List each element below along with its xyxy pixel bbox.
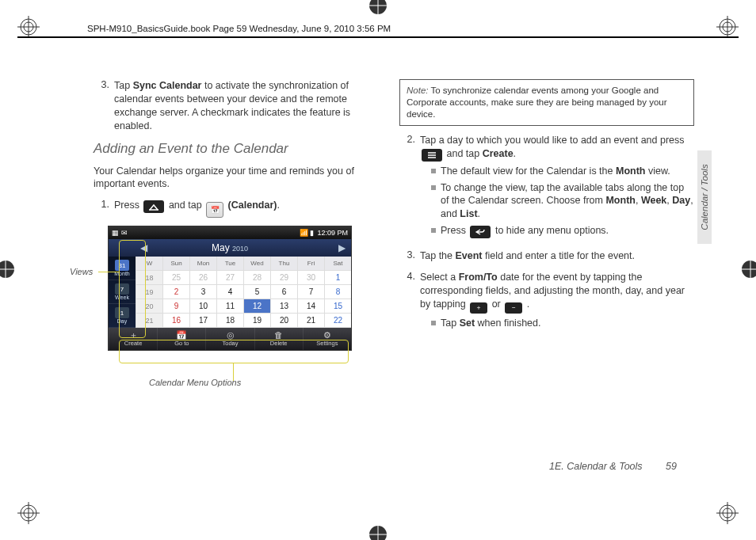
- view-tab-day[interactable]: 1Day: [109, 304, 136, 328]
- menu-option-label: Settings: [316, 340, 338, 347]
- sub-bullet: Press to hide any menu options.: [431, 224, 694, 238]
- calendar-day[interactable]: 13: [270, 299, 297, 314]
- calendar-day[interactable]: 11: [216, 299, 243, 314]
- menu-option-delete[interactable]: 🗑Delete: [254, 328, 303, 350]
- calendar-day[interactable]: 9: [162, 299, 189, 314]
- right-step-2: 2. Tap a day to which you would like to …: [399, 134, 694, 241]
- step-body: Tap a day to which you would like to add…: [420, 134, 694, 241]
- right-step-4: 4. Select a From/To date for the event b…: [399, 271, 694, 333]
- side-tab-label: Calendar / Tools: [700, 164, 709, 230]
- step-body: Press and tap 📅 (Calendar).: [114, 199, 379, 218]
- side-tab: Calendar / Tools: [697, 150, 712, 244]
- step-number: 3.: [94, 79, 109, 133]
- screenshot-area: Views ▦ ✉ 📶 ▮ 12:09 PM ◀ May 2010 ▶ 31Mo…: [108, 226, 379, 351]
- step-body: Tap the Event field and enter a title fo…: [420, 249, 694, 263]
- menu-option-settings[interactable]: ⚙Settings: [303, 328, 351, 350]
- header-rule: [17, 36, 739, 38]
- view-tab-month[interactable]: 31Month: [109, 257, 136, 280]
- right-step-3: 3. Tap the Event field and enter a title…: [399, 249, 694, 263]
- step-body: Tap Sync Calendar to activate the synchr…: [114, 79, 379, 133]
- calendar-day[interactable]: 2: [162, 285, 189, 299]
- menu-option-today[interactable]: ◎Today: [205, 328, 254, 350]
- view-tab-label: Day: [117, 318, 127, 324]
- right-column: Note: To synchronize calendar events amo…: [399, 79, 694, 351]
- bullet-icon: [431, 228, 436, 233]
- calendar-day[interactable]: 17: [189, 314, 216, 328]
- weekday-header: Thu: [270, 257, 297, 271]
- note-box: Note: To synchronize calendar events amo…: [399, 79, 694, 126]
- calendar-day[interactable]: 14: [297, 299, 324, 314]
- view-tabs: 31Month7Week1Day: [109, 257, 136, 328]
- calendar-day[interactable]: 6: [270, 285, 297, 299]
- calendar-day[interactable]: 8: [324, 285, 351, 299]
- title-year: 2010: [232, 245, 248, 253]
- weekday-header: W: [136, 257, 162, 271]
- minus-icon: −: [505, 302, 522, 314]
- note-label: Note:: [407, 86, 429, 95]
- weekday-header: Tue: [216, 257, 243, 271]
- step-number: 4.: [399, 271, 415, 333]
- calendar-day[interactable]: 3: [189, 285, 216, 299]
- menu-option-label: Delete: [270, 340, 288, 347]
- calendar-day[interactable]: 5: [243, 285, 270, 299]
- bullet-icon: [431, 321, 436, 325]
- reg-mark: [739, 257, 756, 281]
- view-tab-label: Week: [115, 295, 129, 300]
- calendar-day[interactable]: 1: [324, 271, 351, 285]
- weekday-header: Sun: [162, 257, 189, 271]
- status-left: ▦ ✉: [112, 229, 128, 237]
- status-time: 12:09 PM: [317, 229, 348, 237]
- step-number: 2.: [399, 134, 415, 241]
- calendar-day[interactable]: 20: [270, 314, 297, 328]
- intro-paragraph: Your Calendar helps organize your time a…: [94, 165, 379, 192]
- menu-option-icon: ＋: [129, 331, 138, 340]
- calendar-day[interactable]: 30: [297, 271, 324, 285]
- left-step-3: 3. Tap Sync Calendar to activate the syn…: [94, 79, 379, 133]
- view-tab-icon: 7: [115, 283, 129, 295]
- left-column: 3. Tap Sync Calendar to activate the syn…: [94, 79, 379, 351]
- menu-option-icon: 🗑: [274, 331, 283, 340]
- menu-option-create[interactable]: ＋Create: [109, 328, 157, 350]
- calendar-day[interactable]: 15: [324, 299, 351, 314]
- prev-month-icon[interactable]: ◀: [136, 239, 151, 257]
- weekday-header: Mon: [189, 257, 216, 271]
- view-tab-icon: 1: [115, 307, 129, 318]
- step-number: 1.: [94, 199, 109, 218]
- calendar-day[interactable]: 29: [270, 271, 297, 285]
- calendar-day[interactable]: 16: [162, 314, 189, 328]
- status-bar: ▦ ✉ 📶 ▮ 12:09 PM: [109, 226, 351, 239]
- callout-views-line: [98, 272, 119, 272]
- sub-bullet: To change the view, tap the available ta…: [431, 181, 694, 222]
- view-tab-week[interactable]: 7Week: [109, 280, 136, 304]
- reg-mark: [716, 16, 739, 38]
- status-icons: 📶 ▮: [300, 229, 315, 237]
- weekday-header: Wed: [243, 257, 270, 271]
- reg-mark: [366, 523, 390, 540]
- calendar-body: 31Month7Week1Day WSunMonTueWedThuFriSat1…: [109, 257, 351, 328]
- calendar-screenshot: ▦ ✉ 📶 ▮ 12:09 PM ◀ May 2010 ▶ 31Month7We…: [108, 226, 352, 351]
- bullet-icon: [431, 185, 436, 190]
- menu-option-label: Today: [223, 340, 239, 347]
- bullet-icon: [431, 169, 436, 173]
- calendar-day[interactable]: 21: [297, 314, 324, 328]
- calendar-day[interactable]: 22: [324, 314, 351, 328]
- reg-mark: [17, 502, 40, 524]
- page-footer: 1E. Calendar & Tools 59: [549, 461, 677, 472]
- next-month-icon[interactable]: ▶: [334, 239, 349, 257]
- calendar-day[interactable]: 7: [297, 285, 324, 299]
- calendar-day[interactable]: 4: [216, 285, 243, 299]
- calendar-day[interactable]: 19: [243, 314, 270, 328]
- menu-option-icon: 📅: [176, 331, 187, 340]
- plus-icon: ＋: [470, 302, 487, 314]
- menu-icon: [422, 149, 442, 162]
- calendar-day[interactable]: 18: [216, 314, 243, 328]
- calendar-day[interactable]: 25: [162, 271, 189, 285]
- calendar-day[interactable]: 12: [243, 299, 270, 314]
- footer-page: 59: [666, 461, 677, 472]
- calendar-day[interactable]: 27: [216, 271, 243, 285]
- menu-option-go-to[interactable]: 📅Go to: [157, 328, 205, 350]
- calendar-day[interactable]: 10: [189, 299, 216, 314]
- calendar-title-bar: ◀ May 2010 ▶: [109, 239, 351, 257]
- calendar-day[interactable]: 28: [243, 271, 270, 285]
- calendar-day[interactable]: 26: [189, 271, 216, 285]
